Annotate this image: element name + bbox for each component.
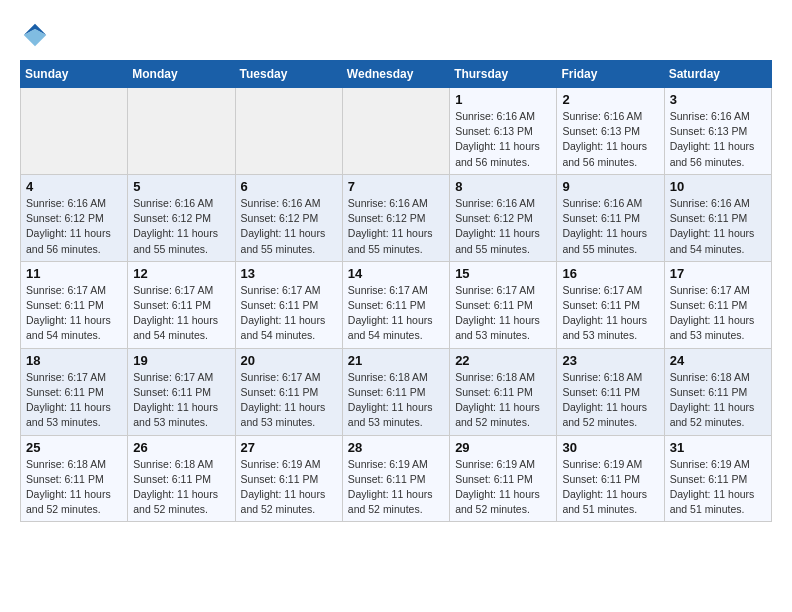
day-cell: 24Sunrise: 6:18 AM Sunset: 6:11 PM Dayli… xyxy=(664,348,771,435)
day-number: 17 xyxy=(670,266,766,281)
day-info: Sunrise: 6:16 AM Sunset: 6:11 PM Dayligh… xyxy=(562,196,658,257)
day-cell: 7Sunrise: 6:16 AM Sunset: 6:12 PM Daylig… xyxy=(342,174,449,261)
day-cell: 12Sunrise: 6:17 AM Sunset: 6:11 PM Dayli… xyxy=(128,261,235,348)
week-row-5: 25Sunrise: 6:18 AM Sunset: 6:11 PM Dayli… xyxy=(21,435,772,522)
day-number: 29 xyxy=(455,440,551,455)
day-cell: 6Sunrise: 6:16 AM Sunset: 6:12 PM Daylig… xyxy=(235,174,342,261)
day-number: 6 xyxy=(241,179,337,194)
day-info: Sunrise: 6:16 AM Sunset: 6:13 PM Dayligh… xyxy=(562,109,658,170)
day-cell: 29Sunrise: 6:19 AM Sunset: 6:11 PM Dayli… xyxy=(450,435,557,522)
day-number: 9 xyxy=(562,179,658,194)
day-info: Sunrise: 6:17 AM Sunset: 6:11 PM Dayligh… xyxy=(455,283,551,344)
day-info: Sunrise: 6:19 AM Sunset: 6:11 PM Dayligh… xyxy=(241,457,337,518)
day-cell: 23Sunrise: 6:18 AM Sunset: 6:11 PM Dayli… xyxy=(557,348,664,435)
day-info: Sunrise: 6:18 AM Sunset: 6:11 PM Dayligh… xyxy=(670,370,766,431)
day-cell: 1Sunrise: 6:16 AM Sunset: 6:13 PM Daylig… xyxy=(450,88,557,175)
day-info: Sunrise: 6:18 AM Sunset: 6:11 PM Dayligh… xyxy=(455,370,551,431)
day-number: 20 xyxy=(241,353,337,368)
day-cell: 10Sunrise: 6:16 AM Sunset: 6:11 PM Dayli… xyxy=(664,174,771,261)
page-header xyxy=(20,20,772,50)
day-number: 7 xyxy=(348,179,444,194)
day-info: Sunrise: 6:19 AM Sunset: 6:11 PM Dayligh… xyxy=(562,457,658,518)
day-cell: 5Sunrise: 6:16 AM Sunset: 6:12 PM Daylig… xyxy=(128,174,235,261)
day-cell xyxy=(235,88,342,175)
calendar-table: SundayMondayTuesdayWednesdayThursdayFrid… xyxy=(20,60,772,522)
day-cell: 4Sunrise: 6:16 AM Sunset: 6:12 PM Daylig… xyxy=(21,174,128,261)
day-info: Sunrise: 6:16 AM Sunset: 6:11 PM Dayligh… xyxy=(670,196,766,257)
day-number: 14 xyxy=(348,266,444,281)
day-info: Sunrise: 6:17 AM Sunset: 6:11 PM Dayligh… xyxy=(670,283,766,344)
day-cell: 13Sunrise: 6:17 AM Sunset: 6:11 PM Dayli… xyxy=(235,261,342,348)
day-number: 13 xyxy=(241,266,337,281)
week-row-2: 4Sunrise: 6:16 AM Sunset: 6:12 PM Daylig… xyxy=(21,174,772,261)
day-info: Sunrise: 6:16 AM Sunset: 6:13 PM Dayligh… xyxy=(670,109,766,170)
day-info: Sunrise: 6:17 AM Sunset: 6:11 PM Dayligh… xyxy=(26,283,122,344)
week-row-1: 1Sunrise: 6:16 AM Sunset: 6:13 PM Daylig… xyxy=(21,88,772,175)
day-cell: 9Sunrise: 6:16 AM Sunset: 6:11 PM Daylig… xyxy=(557,174,664,261)
day-number: 1 xyxy=(455,92,551,107)
day-number: 22 xyxy=(455,353,551,368)
col-header-friday: Friday xyxy=(557,61,664,88)
day-info: Sunrise: 6:17 AM Sunset: 6:11 PM Dayligh… xyxy=(133,370,229,431)
day-number: 16 xyxy=(562,266,658,281)
day-number: 19 xyxy=(133,353,229,368)
day-cell: 28Sunrise: 6:19 AM Sunset: 6:11 PM Dayli… xyxy=(342,435,449,522)
day-info: Sunrise: 6:19 AM Sunset: 6:11 PM Dayligh… xyxy=(455,457,551,518)
day-cell: 17Sunrise: 6:17 AM Sunset: 6:11 PM Dayli… xyxy=(664,261,771,348)
day-cell: 26Sunrise: 6:18 AM Sunset: 6:11 PM Dayli… xyxy=(128,435,235,522)
col-header-tuesday: Tuesday xyxy=(235,61,342,88)
col-header-monday: Monday xyxy=(128,61,235,88)
day-number: 28 xyxy=(348,440,444,455)
day-info: Sunrise: 6:18 AM Sunset: 6:11 PM Dayligh… xyxy=(562,370,658,431)
day-cell: 20Sunrise: 6:17 AM Sunset: 6:11 PM Dayli… xyxy=(235,348,342,435)
day-number: 5 xyxy=(133,179,229,194)
day-number: 31 xyxy=(670,440,766,455)
day-number: 12 xyxy=(133,266,229,281)
svg-marker-1 xyxy=(24,29,47,46)
day-number: 27 xyxy=(241,440,337,455)
day-cell: 8Sunrise: 6:16 AM Sunset: 6:12 PM Daylig… xyxy=(450,174,557,261)
day-info: Sunrise: 6:18 AM Sunset: 6:11 PM Dayligh… xyxy=(133,457,229,518)
day-number: 8 xyxy=(455,179,551,194)
day-cell: 30Sunrise: 6:19 AM Sunset: 6:11 PM Dayli… xyxy=(557,435,664,522)
day-cell xyxy=(342,88,449,175)
day-cell: 3Sunrise: 6:16 AM Sunset: 6:13 PM Daylig… xyxy=(664,88,771,175)
day-number: 23 xyxy=(562,353,658,368)
day-info: Sunrise: 6:16 AM Sunset: 6:12 PM Dayligh… xyxy=(348,196,444,257)
day-info: Sunrise: 6:19 AM Sunset: 6:11 PM Dayligh… xyxy=(348,457,444,518)
day-info: Sunrise: 6:17 AM Sunset: 6:11 PM Dayligh… xyxy=(348,283,444,344)
day-number: 3 xyxy=(670,92,766,107)
day-number: 18 xyxy=(26,353,122,368)
day-info: Sunrise: 6:16 AM Sunset: 6:12 PM Dayligh… xyxy=(133,196,229,257)
day-info: Sunrise: 6:19 AM Sunset: 6:11 PM Dayligh… xyxy=(670,457,766,518)
day-info: Sunrise: 6:16 AM Sunset: 6:12 PM Dayligh… xyxy=(26,196,122,257)
day-cell: 2Sunrise: 6:16 AM Sunset: 6:13 PM Daylig… xyxy=(557,88,664,175)
week-row-3: 11Sunrise: 6:17 AM Sunset: 6:11 PM Dayli… xyxy=(21,261,772,348)
day-number: 15 xyxy=(455,266,551,281)
col-header-saturday: Saturday xyxy=(664,61,771,88)
col-header-thursday: Thursday xyxy=(450,61,557,88)
day-cell: 16Sunrise: 6:17 AM Sunset: 6:11 PM Dayli… xyxy=(557,261,664,348)
col-header-wednesday: Wednesday xyxy=(342,61,449,88)
week-row-4: 18Sunrise: 6:17 AM Sunset: 6:11 PM Dayli… xyxy=(21,348,772,435)
day-cell: 25Sunrise: 6:18 AM Sunset: 6:11 PM Dayli… xyxy=(21,435,128,522)
day-cell: 19Sunrise: 6:17 AM Sunset: 6:11 PM Dayli… xyxy=(128,348,235,435)
day-info: Sunrise: 6:16 AM Sunset: 6:12 PM Dayligh… xyxy=(241,196,337,257)
day-cell xyxy=(21,88,128,175)
day-cell: 15Sunrise: 6:17 AM Sunset: 6:11 PM Dayli… xyxy=(450,261,557,348)
day-number: 21 xyxy=(348,353,444,368)
logo xyxy=(20,20,56,50)
day-info: Sunrise: 6:17 AM Sunset: 6:11 PM Dayligh… xyxy=(133,283,229,344)
day-number: 30 xyxy=(562,440,658,455)
day-info: Sunrise: 6:17 AM Sunset: 6:11 PM Dayligh… xyxy=(562,283,658,344)
day-cell xyxy=(128,88,235,175)
day-info: Sunrise: 6:17 AM Sunset: 6:11 PM Dayligh… xyxy=(241,283,337,344)
day-info: Sunrise: 6:17 AM Sunset: 6:11 PM Dayligh… xyxy=(26,370,122,431)
day-info: Sunrise: 6:16 AM Sunset: 6:13 PM Dayligh… xyxy=(455,109,551,170)
col-header-sunday: Sunday xyxy=(21,61,128,88)
day-info: Sunrise: 6:16 AM Sunset: 6:12 PM Dayligh… xyxy=(455,196,551,257)
day-cell: 21Sunrise: 6:18 AM Sunset: 6:11 PM Dayli… xyxy=(342,348,449,435)
day-number: 11 xyxy=(26,266,122,281)
day-info: Sunrise: 6:17 AM Sunset: 6:11 PM Dayligh… xyxy=(241,370,337,431)
day-number: 2 xyxy=(562,92,658,107)
